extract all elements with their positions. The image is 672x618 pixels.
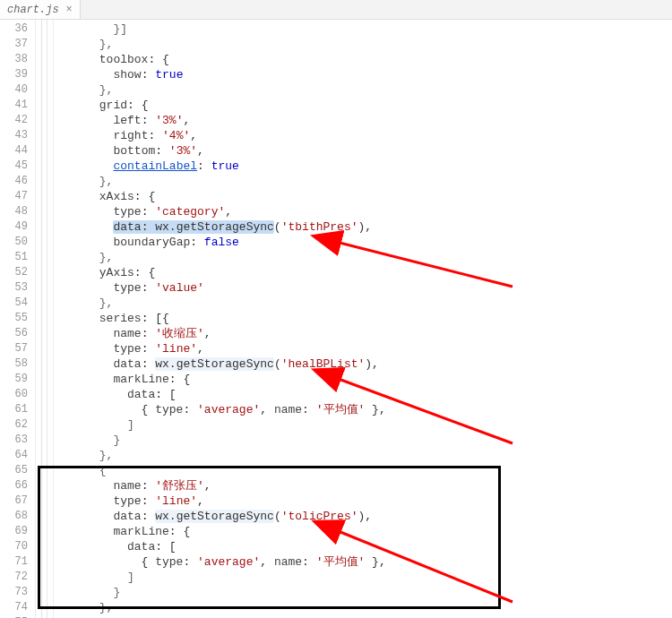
code-line[interactable]: {: [57, 463, 672, 478]
line-number: 63: [0, 433, 28, 448]
line-number: 68: [0, 509, 28, 524]
code-line[interactable]: },: [57, 174, 672, 189]
line-number: 50: [0, 235, 28, 250]
line-number: 61: [0, 402, 28, 417]
line-number: 70: [0, 539, 28, 554]
line-number: 66: [0, 478, 28, 494]
line-number: 74: [0, 600, 28, 615]
line-number: 38: [0, 52, 28, 67]
line-number: 55: [0, 311, 28, 326]
code-line[interactable]: name: '收缩压',: [57, 326, 672, 341]
close-icon[interactable]: ×: [66, 4, 73, 16]
code-line[interactable]: boundaryGap: false: [57, 235, 672, 250]
code-line[interactable]: right: '4%',: [57, 128, 672, 143]
code-line[interactable]: },: [57, 37, 672, 52]
line-number: 39: [0, 67, 28, 82]
tab-filename: chart.js: [7, 4, 59, 16]
code-line[interactable]: ]: [57, 417, 672, 433]
code-line[interactable]: },: [57, 296, 672, 311]
code-editor[interactable]: 3637383940414243444546474849505152535455…: [0, 20, 672, 618]
file-tab[interactable]: chart.js ×: [0, 0, 81, 19]
line-number: 40: [0, 82, 28, 98]
line-number: 41: [0, 98, 28, 113]
line-number: 62: [0, 417, 28, 433]
line-number: 47: [0, 189, 28, 204]
tab-bar: chart.js ×: [0, 0, 672, 20]
line-number: 69: [0, 524, 28, 539]
code-line[interactable]: data: [: [57, 539, 672, 554]
line-number-gutter: 3637383940414243444546474849505152535455…: [0, 20, 36, 618]
line-number: 72: [0, 570, 28, 585]
code-line[interactable]: }: [57, 585, 672, 600]
code-line[interactable]: },: [57, 448, 672, 463]
code-line[interactable]: show: true: [57, 67, 672, 82]
code-line[interactable]: containLabel: true: [57, 159, 672, 174]
code-line[interactable]: data: wx.getStorageSync('healBPList'),: [57, 356, 672, 372]
line-number: 57: [0, 341, 28, 356]
line-number: 60: [0, 387, 28, 402]
line-number: 37: [0, 37, 28, 52]
code-content[interactable]: }] }, toolbox: { show: true }, grid: { l…: [54, 20, 672, 618]
line-number: 49: [0, 219, 28, 235]
line-number: 59: [0, 372, 28, 387]
line-number: 56: [0, 326, 28, 341]
line-number: 65: [0, 463, 28, 478]
code-line[interactable]: series: [{: [57, 311, 672, 326]
line-number: 42: [0, 113, 28, 128]
line-number: 52: [0, 265, 28, 280]
code-line[interactable]: type: 'value': [57, 280, 672, 296]
code-line[interactable]: markLine: {: [57, 372, 672, 387]
code-line[interactable]: }: [57, 433, 672, 448]
code-line[interactable]: },: [57, 600, 672, 615]
code-line[interactable]: data: wx.getStorageSync('tolicPres'),: [57, 509, 672, 524]
code-line[interactable]: xAxis: {: [57, 189, 672, 204]
code-line[interactable]: },: [57, 82, 672, 98]
line-number: 46: [0, 174, 28, 189]
code-line[interactable]: name: '舒张压',: [57, 478, 672, 494]
code-line[interactable]: type: 'line',: [57, 341, 672, 356]
fold-column: [36, 20, 54, 618]
line-number: 48: [0, 204, 28, 219]
code-line[interactable]: ]: [57, 570, 672, 585]
code-line[interactable]: { type: 'average', name: '平均值' },: [57, 554, 672, 570]
code-line[interactable]: markLine: {: [57, 524, 672, 539]
line-number: 73: [0, 585, 28, 600]
line-number: 43: [0, 128, 28, 143]
line-number: 44: [0, 143, 28, 159]
code-line[interactable]: type: 'line',: [57, 494, 672, 509]
line-number: 36: [0, 21, 28, 37]
line-number: 64: [0, 448, 28, 463]
line-number: 54: [0, 296, 28, 311]
code-line[interactable]: { type: 'average', name: '平均值' },: [57, 402, 672, 417]
line-number: 67: [0, 494, 28, 509]
code-line[interactable]: data: wx.getStorageSync('tbithPres'),: [57, 219, 672, 235]
code-line[interactable]: yAxis: {: [57, 265, 672, 280]
code-line[interactable]: type: 'category',: [57, 204, 672, 219]
code-line[interactable]: toolbox: {: [57, 52, 672, 67]
code-line[interactable]: }]: [57, 21, 672, 37]
line-number: 45: [0, 159, 28, 174]
line-number: 58: [0, 356, 28, 372]
code-line[interactable]: bottom: '3%',: [57, 143, 672, 159]
code-line[interactable]: },: [57, 250, 672, 265]
code-line[interactable]: data: [: [57, 387, 672, 402]
line-number: 51: [0, 250, 28, 265]
code-line[interactable]: left: '3%',: [57, 113, 672, 128]
code-line[interactable]: grid: {: [57, 98, 672, 113]
line-number: 53: [0, 280, 28, 296]
line-number: 71: [0, 554, 28, 570]
